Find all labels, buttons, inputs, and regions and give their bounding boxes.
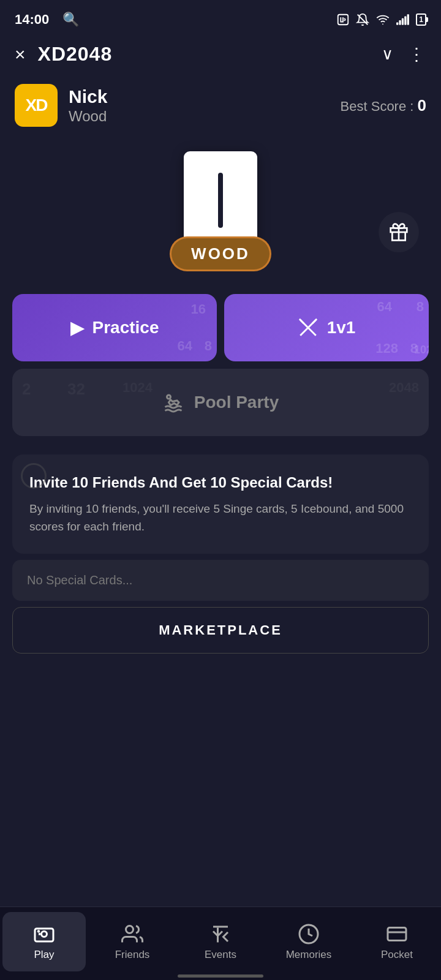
game-card-section: WOOD	[0, 145, 441, 288]
wood-badge: WOOD	[172, 238, 270, 270]
special-cards-section: No Special Cards...	[12, 560, 429, 601]
svg-rect-5	[402, 18, 404, 25]
nav-label-memories: Memories	[286, 949, 332, 961]
chevron-down-button[interactable]: ∨	[382, 45, 393, 64]
svg-point-18	[126, 925, 134, 933]
best-score-value: 0	[418, 96, 426, 115]
invite-description: By inviting 10 friends, you'll receive 5…	[29, 500, 412, 535]
nav-label-events: Events	[205, 949, 236, 961]
play-nav-icon	[33, 923, 55, 945]
nav-item-pocket[interactable]: Pocket	[355, 912, 439, 971]
xd-logo: XD	[15, 84, 58, 127]
tile-decoration-64a: 64	[377, 299, 392, 315]
card-container: WOOD	[0, 151, 441, 270]
versus-icon	[298, 317, 318, 338]
nav-label-friends: Friends	[115, 949, 150, 961]
invite-title: Invite 10 Friends And Get 10 Special Car…	[29, 473, 412, 492]
pocket-nav-icon	[386, 923, 408, 945]
tile-decoration-128: 128	[375, 341, 398, 356]
svg-point-14	[42, 931, 47, 937]
game-modes: 16 64 8 ▶ Practice 64 8 128 8 1024 1v1 2…	[0, 288, 441, 442]
nav-item-events[interactable]: Events	[179, 912, 262, 971]
wifi-icon	[375, 13, 390, 26]
svg-rect-3	[396, 22, 398, 24]
versus-label: 1v1	[327, 318, 356, 337]
svg-rect-20	[388, 927, 406, 940]
tile-decoration-32: 32	[67, 380, 85, 399]
home-indicator	[178, 974, 263, 978]
bottom-navigation: Play Friends Events Memories Pocket	[0, 907, 441, 980]
tile-decoration-1024: 1024	[414, 344, 429, 356]
pool-icon	[162, 391, 184, 413]
user-profile: XD Nick Wood Best Score : 0	[0, 78, 441, 145]
tile-decoration-8a: 8	[417, 299, 424, 315]
tile-decoration-16: 16	[191, 301, 206, 317]
more-options-button[interactable]: ⋮	[408, 44, 426, 64]
status-bar: 14:00 🔍 1	[0, 0, 441, 37]
battery-icon: 1	[416, 13, 426, 26]
user-name-block: Nick Wood	[69, 86, 107, 126]
practice-label: Practice	[92, 318, 159, 337]
top-bar: × XD2048 ∨ ⋮	[0, 37, 441, 78]
user-last-name: Wood	[69, 108, 107, 126]
user-first-name: Nick	[69, 86, 107, 108]
marketplace-button[interactable]: MARKETPLACE	[12, 607, 429, 654]
tile-decoration-8: 8	[205, 338, 212, 354]
playing-card	[184, 151, 257, 249]
nav-item-play[interactable]: Play	[2, 912, 86, 971]
tile-decoration-2048: 2048	[389, 380, 419, 396]
invite-section: Invite 10 Friends And Get 10 Special Car…	[12, 454, 429, 554]
close-button[interactable]: ×	[15, 44, 26, 65]
friends-nav-icon	[121, 923, 143, 945]
nav-item-friends[interactable]: Friends	[91, 912, 174, 971]
no-cards-text: No Special Cards...	[27, 573, 132, 587]
mute-icon	[356, 13, 369, 26]
svg-point-12	[167, 395, 170, 399]
memories-nav-icon	[298, 923, 320, 945]
svg-point-2	[382, 23, 383, 24]
svg-rect-4	[399, 20, 401, 25]
pool-label: Pool Party	[194, 393, 279, 412]
tile-decoration-2: 2	[22, 380, 31, 399]
status-time: 14:00	[15, 12, 49, 28]
nav-label-play: Play	[34, 949, 54, 961]
best-score-label: Best Score : 0	[341, 99, 426, 114]
svg-rect-6	[405, 17, 407, 25]
svg-rect-7	[407, 14, 409, 25]
nfc-icon	[336, 13, 350, 26]
pool-party-button[interactable]: 2 32 1024 2048 Pool Party	[12, 369, 429, 436]
nav-label-pocket: Pocket	[381, 949, 413, 961]
search-icon[interactable]: 🔍	[62, 12, 79, 28]
gift-icon	[389, 222, 409, 242]
practice-button[interactable]: 16 64 8 ▶ Practice	[12, 294, 217, 361]
events-nav-icon	[209, 923, 232, 945]
versus-button[interactable]: 64 8 128 8 1024 1v1	[224, 294, 429, 361]
app-title: XD2048	[38, 43, 113, 66]
tile-decoration-64: 64	[178, 338, 192, 354]
practice-icon: ▶	[70, 318, 84, 338]
tile-decoration-1024b: 1024	[123, 380, 153, 396]
signal-icon	[396, 13, 410, 26]
gift-button[interactable]	[379, 212, 419, 252]
best-score: Best Score : 0	[341, 96, 426, 115]
nav-item-memories[interactable]: Memories	[267, 912, 350, 971]
card-decoration	[218, 173, 223, 228]
modes-row-top: 16 64 8 ▶ Practice 64 8 128 8 1024 1v1	[12, 294, 429, 361]
